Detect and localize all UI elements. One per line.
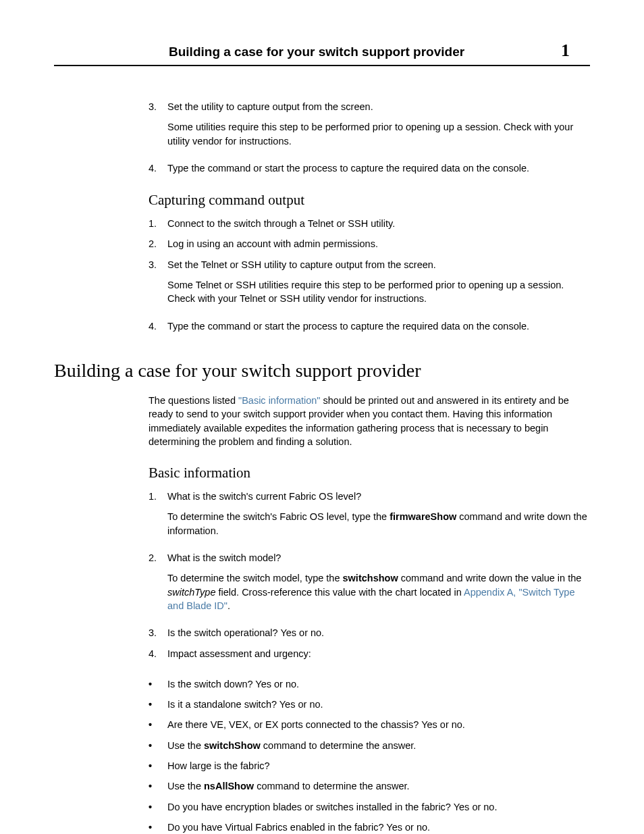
list-item: •Use the nsAllShow command to determine … xyxy=(149,779,590,793)
bullet-icon: • xyxy=(149,739,167,752)
question-text: What is the switch's current Fabric OS l… xyxy=(167,491,361,502)
list-item: 2. What is the switch model? To determin… xyxy=(149,551,590,619)
command-name: firmwareShow xyxy=(390,511,456,522)
list-item: 3. Is the switch operational? Yes or no. xyxy=(149,626,590,640)
item-number: 3. xyxy=(149,258,167,313)
bullet-text: How large is the fabric? xyxy=(167,759,590,773)
basic-info-list: 1. What is the switch's current Fabric O… xyxy=(149,490,590,660)
bullet-text: Do you have encryption blades or switche… xyxy=(167,800,590,814)
list-item: 4. Type the command or start the process… xyxy=(149,161,590,175)
item-number: 2. xyxy=(149,551,167,619)
field-name: switchType xyxy=(167,587,215,598)
list-item: •How large is the fabric? xyxy=(149,759,590,773)
impact-bullet-list: •Is the switch down? Yes or no. •Is it a… xyxy=(149,677,590,834)
list-item: •Is the switch down? Yes or no. xyxy=(149,677,590,691)
capture-steps-list: 1. Connect to the switch through a Telne… xyxy=(149,217,590,333)
item-text: What is the switch model? To determine t… xyxy=(167,551,590,619)
intro-paragraph: The questions listed "Basic information"… xyxy=(149,394,590,448)
item-number: 4. xyxy=(149,647,167,660)
item-number: 2. xyxy=(149,237,167,251)
list-item: •Are there VE, VEX, or EX ports connecte… xyxy=(149,718,590,731)
item-text: Set the Telnet or SSH utility to capture… xyxy=(167,258,590,313)
list-item: 4. Impact assessment and urgency: xyxy=(149,647,590,660)
bullet-text: Use the nsAllShow command to determine t… xyxy=(167,779,590,793)
bullet-icon: • xyxy=(149,820,167,834)
bullet-text: Use the switchShow command to determine … xyxy=(167,739,590,752)
list-item: 1. Connect to the switch through a Telne… xyxy=(149,217,590,230)
bullet-icon: • xyxy=(149,698,167,711)
item-number: 1. xyxy=(149,490,167,544)
step-text: Type the command or start the process to… xyxy=(167,319,590,333)
section-heading: Building a case for your switch support … xyxy=(54,360,590,382)
bullet-icon: • xyxy=(149,800,167,814)
question-text: Impact assessment and urgency: xyxy=(167,647,590,660)
command-name: switchshow xyxy=(343,573,398,583)
subsection-heading: Capturing command output xyxy=(149,192,590,209)
list-item: 4. Type the command or start the process… xyxy=(149,319,590,333)
bullet-icon: • xyxy=(149,677,167,691)
intro-text-pre: The questions listed xyxy=(149,395,238,406)
step-text: Connect to the switch through a Telnet o… xyxy=(167,217,590,230)
list-item: 2. Log in using an account with admin pe… xyxy=(149,237,590,251)
command-name: switchShow xyxy=(204,740,261,751)
list-item: 3. Set the Telnet or SSH utility to capt… xyxy=(149,258,590,313)
question-text: What is the switch model? xyxy=(167,552,281,563)
item-number: 3. xyxy=(149,626,167,640)
bullet-text: Are there VE, VEX, or EX ports connected… xyxy=(167,718,590,731)
bullet-icon: • xyxy=(149,718,167,731)
bullet-text: Is the switch down? Yes or no. xyxy=(167,677,590,691)
top-steps-list: 3. Set the utility to capture output fro… xyxy=(149,100,590,175)
step-text: Type the command or start the process to… xyxy=(167,161,590,175)
chapter-number: 1 xyxy=(561,41,570,61)
step-text: Set the Telnet or SSH utility to capture… xyxy=(167,259,436,270)
page-header: Building a case for your switch support … xyxy=(54,41,590,66)
list-item: 1. What is the switch's current Fabric O… xyxy=(149,490,590,544)
item-number: 3. xyxy=(149,100,167,155)
list-item: •Is it a standalone switch? Yes or no. xyxy=(149,698,590,711)
step-text: Log in using an account with admin permi… xyxy=(167,237,590,251)
item-text: Set the utility to capture output from t… xyxy=(167,100,590,155)
command-name: nsAllShow xyxy=(204,781,254,791)
step-text: Set the utility to capture output from t… xyxy=(167,101,373,112)
item-number: 4. xyxy=(149,319,167,333)
header-title: Building a case for your switch support … xyxy=(169,45,464,59)
answer-text: To determine the switch's Fabric OS leve… xyxy=(167,510,590,538)
bullet-icon: • xyxy=(149,779,167,793)
answer-text: To determine the switch model, type the … xyxy=(167,571,590,613)
bullet-text: Do you have Virtual Fabrics enabled in t… xyxy=(167,820,590,834)
basic-information-link[interactable]: "Basic information" xyxy=(238,395,321,406)
item-number: 4. xyxy=(149,161,167,175)
list-item: •Do you have Virtual Fabrics enabled in … xyxy=(149,820,590,834)
item-number: 1. xyxy=(149,217,167,230)
list-item: •Do you have encryption blades or switch… xyxy=(149,800,590,814)
question-text: Is the switch operational? Yes or no. xyxy=(167,626,590,640)
item-text: What is the switch's current Fabric OS l… xyxy=(167,490,590,544)
list-item: 3. Set the utility to capture output fro… xyxy=(149,100,590,155)
list-item: •Use the switchShow command to determine… xyxy=(149,739,590,752)
step-subtext: Some Telnet or SSH utilities require thi… xyxy=(167,278,590,306)
bullet-text: Is it a standalone switch? Yes or no. xyxy=(167,698,590,711)
step-subtext: Some utilities require this step to be p… xyxy=(167,120,590,148)
subsection-heading: Basic information xyxy=(149,465,590,481)
bullet-icon: • xyxy=(149,759,167,773)
